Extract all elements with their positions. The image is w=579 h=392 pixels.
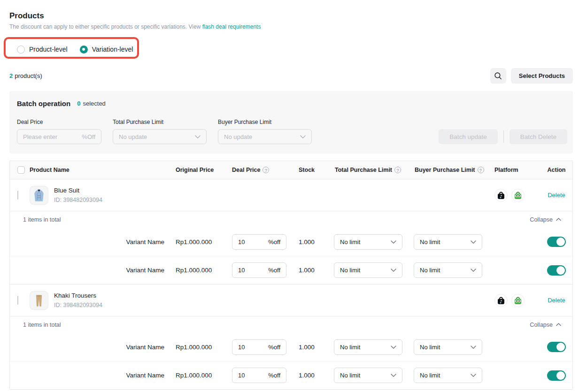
- search-icon: [494, 72, 502, 80]
- batch-update-button[interactable]: Batch update: [439, 129, 498, 144]
- variant-total-limit-value: No limit: [340, 372, 360, 379]
- variant-enabled-toggle[interactable]: [547, 237, 566, 247]
- collapse-label: Collapse: [530, 322, 553, 328]
- product-group: Blue Suit ID: 398482093094 ♪: [10, 179, 572, 284]
- variant-buyer-limit-select[interactable]: No limit: [414, 234, 482, 250]
- variant-buyer-limit-select[interactable]: No limit: [414, 339, 482, 355]
- product-name: Khaki Trousers: [54, 292, 102, 300]
- variant-original-price: Rp1.000.000: [172, 372, 232, 379]
- help-icon[interactable]: [262, 167, 269, 173]
- percent-off-suffix: %off: [268, 372, 280, 379]
- product-id: ID: 398482093094: [54, 301, 102, 309]
- variant-deal-price-input[interactable]: [238, 267, 268, 274]
- variant-enabled-toggle[interactable]: [547, 265, 566, 276]
- toggle-knob: [556, 238, 565, 246]
- variant-row: Variant Name Rp1.000.000 %off 1.000 No l…: [10, 361, 572, 389]
- header-product-name: Product Name: [30, 167, 172, 173]
- delete-product-link[interactable]: Delete: [548, 192, 565, 199]
- blue-suit-image: [31, 187, 47, 203]
- deal-price-label: Deal Price: [17, 119, 101, 125]
- variant-rows: Variant Name Rp1.000.000 %off 1.000 No l…: [10, 228, 572, 284]
- batch-total-limit-select[interactable]: No update: [113, 129, 207, 144]
- header-buyer-purchase-limit: Buyer Purchase Limit: [415, 167, 475, 173]
- products-page: Products The discount can apply to eithe…: [0, 0, 579, 392]
- toggle-knob: [556, 371, 565, 380]
- batch-delete-button[interactable]: Batch Delete: [510, 129, 567, 144]
- batch-selected-count: 0: [77, 100, 80, 107]
- variant-deal-price-input[interactable]: [238, 238, 268, 246]
- radio-variation-level-label: Variation-level: [92, 46, 133, 53]
- variant-buyer-limit-select[interactable]: No limit: [414, 368, 482, 383]
- khaki-trousers-image: [31, 292, 47, 308]
- batch-buyer-limit-select[interactable]: No update: [218, 129, 312, 144]
- chevron-down-icon: [300, 135, 306, 138]
- radio-product-level[interactable]: Product-level: [17, 46, 68, 54]
- variant-total-limit-value: No limit: [340, 238, 360, 246]
- chevron-up-icon: [556, 323, 561, 326]
- svg-text:♪: ♪: [500, 193, 502, 199]
- search-button[interactable]: [490, 68, 506, 84]
- help-icon[interactable]: [394, 167, 401, 173]
- batch-deal-price-field[interactable]: %Off: [17, 129, 101, 144]
- product-checkbox[interactable]: [17, 296, 18, 305]
- variant-deal-price-field[interactable]: %off: [232, 339, 286, 355]
- variant-name: Variant Name: [30, 372, 172, 379]
- table-body: Blue Suit ID: 398482093094 ♪: [10, 179, 572, 389]
- variant-deal-price-input[interactable]: [238, 372, 268, 379]
- variant-original-price: Rp1.000.000: [172, 267, 232, 274]
- variant-row: Variant Name Rp1.000.000 %off 1.000 No l…: [10, 228, 572, 256]
- variant-deal-price-input[interactable]: [238, 344, 268, 351]
- header-platform: Platform: [494, 167, 540, 173]
- select-products-button[interactable]: Select Products: [511, 68, 573, 84]
- variant-total-limit-select[interactable]: No limit: [334, 339, 402, 355]
- variant-total-limit-select[interactable]: No limit: [334, 368, 402, 383]
- svg-text:♪: ♪: [500, 299, 502, 304]
- radio-unselected-icon[interactable]: [17, 46, 25, 54]
- variant-stock: 1.000: [298, 267, 334, 274]
- tiktok-shop-icon: ♪: [494, 294, 508, 307]
- variant-total-limit-value: No limit: [340, 344, 360, 351]
- product-id: ID: 398482093094: [54, 196, 102, 204]
- variant-subheader: 1 items in total Collapse: [10, 211, 572, 228]
- tokopedia-icon: [511, 189, 525, 202]
- product-count: 2product(s): [9, 72, 42, 79]
- help-icon[interactable]: [478, 167, 484, 173]
- product-checkbox[interactable]: [17, 191, 18, 200]
- toggle-knob: [556, 266, 565, 275]
- collapse-button[interactable]: Collapse: [530, 216, 561, 223]
- header-deal-price: Deal Price: [232, 167, 260, 173]
- header-stock: Stock: [298, 167, 334, 173]
- count-bar: 2product(s) Select Products: [9, 68, 573, 84]
- variant-deal-price-field[interactable]: %off: [232, 234, 286, 250]
- variant-deal-price-field[interactable]: %off: [232, 368, 286, 383]
- variant-buyer-limit-value: No limit: [420, 238, 440, 246]
- delete-product-link[interactable]: Delete: [548, 297, 565, 304]
- variant-deal-price-field[interactable]: %off: [232, 262, 286, 278]
- product-thumb: [30, 186, 48, 205]
- chevron-up-icon: [556, 218, 561, 221]
- product-count-label: product(s): [15, 72, 42, 79]
- variant-buyer-limit-select[interactable]: No limit: [414, 262, 482, 278]
- product-count-number: 2: [9, 72, 13, 79]
- variant-enabled-toggle[interactable]: [547, 370, 566, 381]
- chevron-down-icon: [391, 346, 396, 349]
- items-total-label: 1 items in total: [23, 216, 61, 223]
- header-total-purchase-limit: Total Purchase Limit: [335, 167, 392, 173]
- chevron-down-icon: [471, 240, 476, 244]
- variant-original-price: Rp1.000.000: [172, 344, 232, 351]
- batch-operation-panel: Batch operation 0 selected Deal Price %O…: [9, 91, 573, 154]
- radio-selected-icon[interactable]: [80, 46, 88, 54]
- select-all-checkbox[interactable]: [17, 166, 25, 174]
- variant-enabled-toggle[interactable]: [547, 342, 566, 352]
- radio-variation-level[interactable]: Variation-level: [80, 46, 133, 54]
- batch-operation-title: Batch operation: [17, 100, 70, 108]
- variant-total-limit-select[interactable]: No limit: [334, 262, 402, 278]
- collapse-button[interactable]: Collapse: [530, 322, 561, 328]
- batch-deal-price-input[interactable]: [23, 133, 82, 140]
- percent-off-suffix: %off: [268, 344, 280, 351]
- variant-name: Variant Name: [30, 238, 172, 246]
- variant-row: Variant Name Rp1.000.000 %off 1.000 No l…: [10, 333, 572, 361]
- batch-buyer-limit-value: No update: [224, 133, 252, 140]
- flash-deal-requirements-link[interactable]: flash deal requirements: [202, 23, 261, 30]
- variant-total-limit-select[interactable]: No limit: [334, 234, 402, 250]
